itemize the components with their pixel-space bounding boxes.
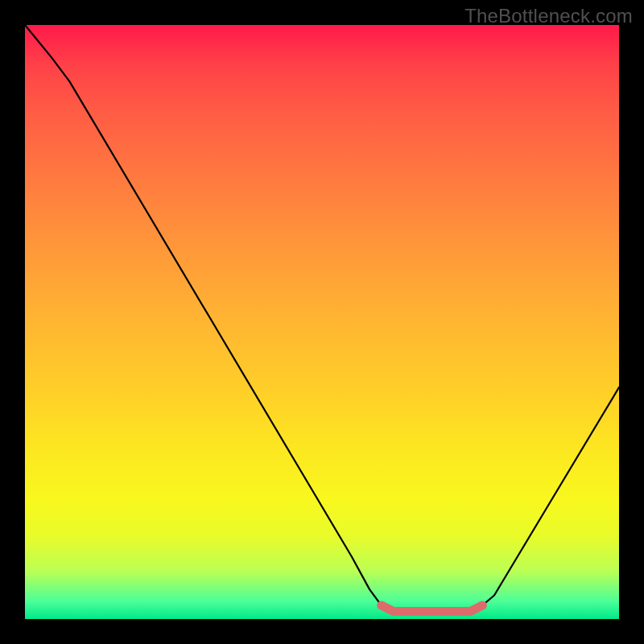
highlight-segment <box>382 605 482 611</box>
curve-layer <box>25 25 619 619</box>
watermark-text: TheBottleneck.com <box>464 5 633 27</box>
chart-frame: TheBottleneck.com <box>0 0 644 644</box>
main-curve <box>25 25 619 611</box>
plot-area <box>25 25 619 619</box>
